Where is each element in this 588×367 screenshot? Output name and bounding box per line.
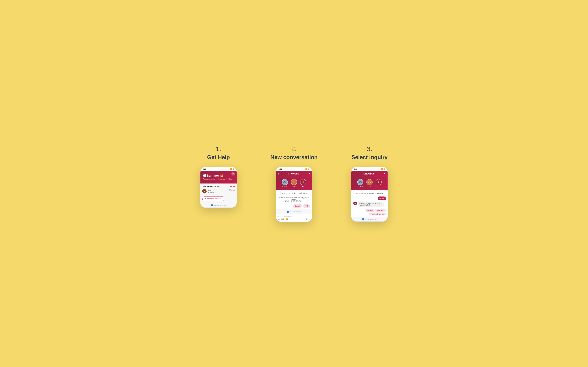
agent-avatar-lz-2: ⚡ bbox=[300, 179, 306, 185]
status-bar-1: 1:39 ▪▪▪ 🛜 🔋 bbox=[200, 167, 237, 171]
agent-avatar-jun-3: 🦊 bbox=[366, 179, 372, 185]
wifi-icon-1: 🛜 bbox=[230, 168, 232, 170]
agent-name-jun-2: Jun bbox=[293, 186, 295, 187]
step-2-title: New conversation bbox=[270, 154, 318, 161]
step-2-number: 2. bbox=[291, 145, 297, 153]
wifi-icon-3: 🛜 bbox=[381, 168, 383, 170]
conv-info: Karl 15h ago No problem. bbox=[208, 189, 235, 193]
bot-avatar: 🤖 bbox=[353, 201, 357, 205]
time-3: 1:39 bbox=[354, 168, 357, 170]
screen3-tagline: Ask us anything, or share your feedback. bbox=[353, 192, 386, 195]
screen1-body: Your conversations See all K Karl 15h ag… bbox=[200, 184, 237, 203]
agent-avatar-jun-2: 🦊 bbox=[291, 179, 297, 185]
time-2: 1:39 bbox=[278, 168, 282, 170]
step-2-column: 2. New conversation 1:39 ▪▪▪ 🛜 🔋 ‹ Chowb… bbox=[262, 145, 326, 222]
chowbus-title-3: Chowbus bbox=[363, 172, 374, 175]
agent-lz-2: ⚡ LZ bbox=[300, 179, 306, 187]
screen1-close-button[interactable]: ✕ bbox=[231, 172, 235, 175]
conv-name-row: Karl 15h ago bbox=[208, 189, 235, 191]
chinese-button[interactable]: 中文 bbox=[303, 204, 310, 208]
intercom-text-mid-2: We run on Intercom bbox=[289, 211, 301, 213]
status-icons-3: ▪▪▪ 🛜 🔋 bbox=[379, 168, 385, 170]
step-1-number: 1. bbox=[216, 145, 221, 153]
user-message-english: English bbox=[378, 197, 386, 200]
agent-crystal-2: 🎮 Crystal bbox=[282, 179, 288, 187]
agent-avatar-crystal-3: 🎮 bbox=[357, 179, 363, 185]
agents-row-3: 🎮 Crystal 🦊 Jun ⚡ LZ bbox=[351, 178, 388, 190]
signal-icon-1: ▪▪▪ bbox=[227, 168, 229, 170]
back-button-2[interactable]: ‹ bbox=[278, 172, 279, 175]
lang-prompt-2: Need help? Please choose your language t… bbox=[278, 197, 310, 202]
conv-name: Karl bbox=[208, 189, 211, 191]
input-placeholder-2[interactable]: Start a conversation... bbox=[277, 215, 311, 217]
close-button-2[interactable]: ✕ bbox=[308, 172, 310, 175]
agent-name-crystal-2: Crystal bbox=[282, 186, 287, 187]
conv-avatar: K bbox=[202, 189, 207, 193]
battery-icon-1: 🔋 bbox=[232, 168, 234, 170]
agent-crystal-3: 🎮 Crystal bbox=[357, 179, 363, 187]
screen3-chat: Ask us anything, or share your feedback.… bbox=[351, 190, 388, 217]
agent-name-jun-3: Jun bbox=[368, 186, 371, 187]
screen1-greeting: Hi Summer 👋 bbox=[203, 174, 234, 177]
new-conversation-button[interactable]: New conversation bbox=[202, 196, 224, 201]
agent-lz-3: ⚡ LZ bbox=[376, 179, 382, 187]
agent-name-crystal-3: Crystal bbox=[358, 186, 363, 187]
font-button[interactable]: Aa bbox=[277, 218, 280, 220]
input-area-2[interactable]: Start a conversation... Aa GIF 😊 Send bbox=[276, 214, 312, 222]
status-icons-2: ▪▪▪ 🛜 🔋 bbox=[303, 168, 310, 170]
conversations-title: Your conversations bbox=[202, 185, 221, 188]
conversation-item[interactable]: K Karl 15h ago No problem. bbox=[202, 189, 235, 193]
reply-trouble-app[interactable]: Trouble With the App bbox=[369, 213, 386, 216]
agent-name-lz-3: LZ bbox=[378, 186, 380, 187]
lang-prompt-line2: 请选择您需要帮助的语言。 bbox=[278, 200, 310, 202]
signal-icon-3: ▪▪▪ bbox=[379, 168, 380, 170]
chowbus-title-2: Chowbus bbox=[288, 172, 299, 175]
reply-buttons: My Order My Account Trouble With the App bbox=[353, 209, 386, 216]
new-conv-label: New conversation bbox=[207, 198, 222, 200]
status-bar-3: 1:39 ▪▪▪ 🛜 🔋 bbox=[351, 167, 388, 171]
intercom-text-1: We run on Intercom bbox=[214, 205, 226, 206]
intercom-text-3: We run on Intercom bbox=[365, 218, 377, 220]
screen2-body: Ask us anything, or share your feedback.… bbox=[276, 190, 312, 222]
conversations-header: Your conversations See all bbox=[202, 185, 235, 188]
chat-area-2: Need help? Please choose your language t… bbox=[276, 195, 312, 209]
agents-row-2: 🎮 Crystal 🦊 Jun ⚡ LZ bbox=[276, 178, 312, 190]
wifi-icon-2: 🛜 bbox=[305, 168, 307, 170]
intercom-logo-3 bbox=[362, 218, 364, 220]
screen3-header: ‹ Chowbus ✕ bbox=[351, 171, 388, 178]
close-button-3[interactable]: ✕ bbox=[384, 172, 386, 175]
intercom-footer-mid-2: We run on Intercom bbox=[276, 209, 312, 214]
reply-my-order[interactable]: My Order bbox=[365, 209, 374, 212]
see-all-link[interactable]: See all bbox=[229, 185, 235, 187]
intercom-logo-mid-2 bbox=[287, 211, 289, 213]
step-3-title: Select Inquiry bbox=[351, 154, 388, 161]
status-bar-2: 1:39 ▪▪▪ 🛜 🔋 bbox=[276, 167, 312, 171]
reply-my-account[interactable]: My Account bbox=[375, 209, 386, 212]
screen2-tagline: Ask us anything, or share your feedback. bbox=[276, 190, 312, 195]
bot-message-row: 🤖 Hi there! 👋 What can we help you with … bbox=[353, 201, 386, 207]
english-button[interactable]: English bbox=[293, 204, 302, 208]
emoji-button[interactable]: 😊 bbox=[286, 218, 288, 220]
screen2-header: ‹ Chowbus ✕ bbox=[276, 171, 312, 178]
agent-avatar-lz-3: ⚡ bbox=[376, 179, 382, 185]
time-1: 1:39 bbox=[203, 168, 206, 170]
agent-avatar-crystal-2: 🎮 bbox=[282, 179, 288, 185]
step-1-title: Get Help bbox=[207, 154, 230, 161]
play-icon bbox=[205, 198, 206, 200]
toolbar-2: Aa GIF 😊 Send bbox=[277, 218, 311, 220]
lang-prompt-line1: Need help? Please choose your language t… bbox=[278, 197, 310, 200]
agent-jun-2: 🦊 Jun bbox=[291, 179, 297, 187]
lang-buttons: English 中文 bbox=[278, 204, 310, 208]
intercom-footer-3: We run on Intercom bbox=[351, 217, 388, 221]
conv-time: 15h ago bbox=[229, 189, 235, 191]
send-button-2[interactable]: Send bbox=[306, 218, 311, 220]
intercom-logo-1 bbox=[211, 204, 213, 206]
agent-jun-3: 🦊 Jun bbox=[366, 179, 372, 187]
back-button-3[interactable]: ‹ bbox=[353, 172, 354, 175]
phone-frame-3: 1:39 ▪▪▪ 🛜 🔋 ‹ Chowbus ✕ 🎮 Crystal 🦊 bbox=[351, 167, 388, 222]
bot-message: Hi there! 👋 What can we help you with to… bbox=[358, 201, 384, 207]
agent-name-lz-2: LZ bbox=[302, 186, 304, 187]
page-container: 1. Get Help 1:39 ▪▪▪ 🛜 🔋 ✕ Hi Summer 👋 A… bbox=[187, 145, 401, 222]
phone-frame-1: 1:39 ▪▪▪ 🛜 🔋 ✕ Hi Summer 👋 Ask us anythi… bbox=[200, 167, 237, 208]
gif-button[interactable]: GIF bbox=[281, 218, 285, 220]
